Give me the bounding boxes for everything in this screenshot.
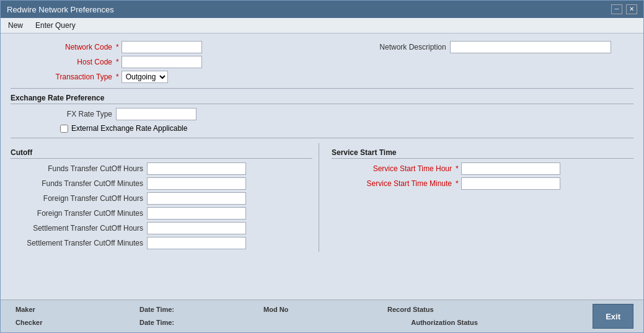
footer-datetime1: Date Time: — [135, 304, 258, 316]
top-form: Network Code * Network Description Host … — [11, 41, 633, 83]
maker-label: Maker — [15, 306, 35, 313]
service-header: Service Start Time — [332, 148, 633, 159]
footer-checker: Checker — [11, 317, 135, 329]
transaction-type-label: Transaction Type — [11, 73, 116, 81]
two-panel: Cutoff Funds Transfer CutOff Hours Funds… — [11, 143, 633, 252]
settlement-minutes-input[interactable] — [147, 237, 246, 249]
network-code-required: * — [116, 43, 119, 51]
service-minute-required: * — [456, 179, 459, 188]
transaction-type-select[interactable]: Outgoing Incoming — [121, 71, 168, 83]
network-description-label: Network Description — [376, 43, 450, 51]
menu-enter-query[interactable]: Enter Query — [34, 20, 77, 30]
fx-rate-label: FX Rate Type — [11, 110, 116, 118]
network-code-row: Network Code * Network Description — [11, 41, 633, 53]
funds-hours-label: Funds Transfer CutOff Hours — [11, 164, 147, 173]
service-minute-row: Service Start Time Minute * — [332, 177, 633, 190]
footer-exit-area: Exit — [593, 304, 633, 329]
main-window: Redwire Network Preferences ─ ✕ New Ente… — [0, 0, 644, 333]
funds-minutes-input[interactable] — [147, 177, 246, 190]
funds-hours-row: Funds Transfer CutOff Hours — [11, 162, 312, 175]
foreign-minutes-row: Foreign Transfer CutOff Minutes — [11, 207, 312, 220]
settlement-hours-input[interactable] — [147, 222, 246, 234]
service-minute-input[interactable] — [461, 177, 560, 190]
auth-status-label: Authorization Status — [387, 319, 501, 326]
funds-minutes-row: Funds Transfer CutOff Minutes — [11, 177, 312, 190]
cutoff-header: Cutoff — [11, 148, 312, 159]
transaction-type-required: * — [116, 73, 119, 81]
service-hour-label: Service Start Time Hour — [332, 164, 456, 173]
settlement-hours-row: Settlement Transfer CutOff Hours — [11, 222, 312, 234]
separator-2 — [11, 138, 633, 138]
checker-label: Checker — [15, 319, 42, 326]
minimize-button[interactable]: ─ — [611, 4, 622, 14]
footer-datetime2: Date Time: — [135, 317, 258, 329]
foreign-hours-row: Foreign Transfer CutOff Hours — [11, 192, 312, 205]
fx-rate-input[interactable] — [116, 108, 196, 120]
footer-auth-label-col: Authorization Status — [382, 317, 506, 329]
network-code-input[interactable] — [121, 41, 202, 53]
settlement-minutes-label: Settlement Transfer CutOff Minutes — [11, 239, 147, 247]
exit-button[interactable]: Exit — [593, 304, 633, 329]
separator-1 — [11, 88, 633, 89]
network-description-input[interactable] — [450, 41, 611, 53]
service-hour-input[interactable] — [461, 162, 560, 175]
foreign-hours-label: Foreign Transfer CutOff Hours — [11, 194, 147, 203]
foreign-minutes-input[interactable] — [147, 207, 246, 220]
footer-maker: Maker — [11, 304, 135, 316]
transaction-type-dropdown-wrap: Outgoing Incoming — [121, 71, 168, 83]
mod-no-label: Mod No — [263, 306, 288, 313]
host-code-label: Host Code — [11, 58, 116, 66]
record-status-label: Record Status — [387, 306, 434, 313]
service-minute-label: Service Start Time Minute — [332, 179, 456, 188]
footer-info: Maker Date Time: Mod No Record Status — [11, 304, 593, 329]
foreign-minutes-label: Foreign Transfer CutOff Minutes — [11, 209, 147, 218]
close-button[interactable]: ✕ — [626, 4, 637, 14]
exchange-rate-header: Exchange Rate Preference — [11, 94, 633, 104]
host-code-required: * — [116, 58, 119, 66]
main-content: Network Code * Network Description Host … — [1, 33, 643, 300]
window-title: Redwire Network Preferences — [7, 5, 114, 14]
fx-rate-row: FX Rate Type — [11, 108, 633, 120]
service-panel: Service Start Time Service Start Time Ho… — [319, 143, 633, 252]
transaction-type-row: Transaction Type * Outgoing Incoming — [11, 71, 633, 83]
footer-record-status: Record Status — [382, 304, 506, 316]
footer-mod-no: Mod No — [258, 304, 382, 316]
menu-bar: New Enter Query — [1, 18, 643, 33]
footer: Maker Date Time: Mod No Record Status — [1, 300, 643, 332]
datetime-label-2: Date Time: — [139, 319, 174, 326]
external-exchange-row: External Exchange Rate Applicable — [60, 124, 633, 133]
cutoff-panel: Cutoff Funds Transfer CutOff Hours Funds… — [11, 143, 319, 252]
datetime-label-1: Date Time: — [139, 306, 174, 313]
external-exchange-label: External Exchange Rate Applicable — [71, 124, 187, 133]
funds-hours-input[interactable] — [147, 162, 246, 175]
host-code-row: Host Code * — [11, 56, 633, 68]
title-bar: Redwire Network Preferences ─ ✕ — [1, 1, 643, 18]
host-code-input[interactable] — [121, 56, 202, 68]
menu-new[interactable]: New — [7, 20, 24, 30]
settlement-minutes-row: Settlement Transfer CutOff Minutes — [11, 237, 312, 249]
settlement-hours-label: Settlement Transfer CutOff Hours — [11, 224, 147, 233]
service-hour-row: Service Start Time Hour * — [332, 162, 633, 175]
footer-auth-status — [258, 317, 382, 329]
external-exchange-checkbox[interactable] — [60, 125, 68, 133]
title-controls: ─ ✕ — [611, 4, 637, 14]
network-code-label: Network Code — [11, 43, 116, 51]
foreign-hours-input[interactable] — [147, 192, 246, 205]
service-hour-required: * — [456, 164, 459, 173]
funds-minutes-label: Funds Transfer CutOff Minutes — [11, 179, 147, 188]
